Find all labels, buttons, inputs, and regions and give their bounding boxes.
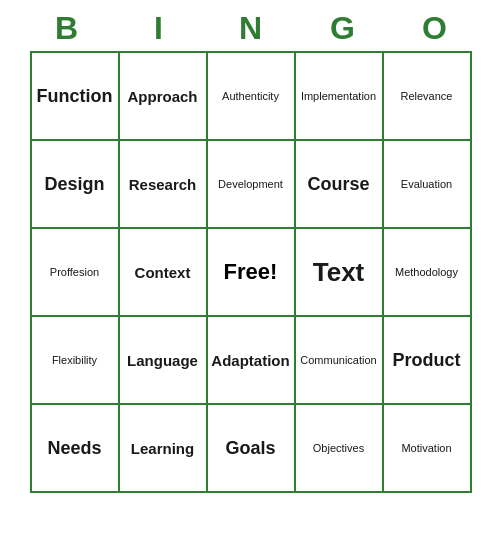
- bingo-cell: Approach: [120, 53, 208, 141]
- bingo-cell: Needs: [32, 405, 120, 493]
- bingo-cell: Learning: [120, 405, 208, 493]
- bingo-cell: Flexibility: [32, 317, 120, 405]
- bingo-cell: Development: [208, 141, 296, 229]
- bingo-cell: Research: [120, 141, 208, 229]
- bingo-cell: Adaptation: [208, 317, 296, 405]
- bingo-letter: G: [299, 10, 387, 47]
- bingo-cell: Goals: [208, 405, 296, 493]
- bingo-cell: Implementation: [296, 53, 384, 141]
- bingo-cell: Motivation: [384, 405, 472, 493]
- bingo-letter: I: [115, 10, 203, 47]
- bingo-cell: Context: [120, 229, 208, 317]
- bingo-cell: Course: [296, 141, 384, 229]
- bingo-cell: Evaluation: [384, 141, 472, 229]
- bingo-letter: N: [207, 10, 295, 47]
- bingo-cell: Proffesion: [32, 229, 120, 317]
- bingo-cell: Relevance: [384, 53, 472, 141]
- bingo-cell: Communication: [296, 317, 384, 405]
- bingo-cell: Text: [296, 229, 384, 317]
- bingo-cell: Product: [384, 317, 472, 405]
- bingo-header: BINGO: [21, 10, 481, 47]
- bingo-cell: Methodology: [384, 229, 472, 317]
- bingo-letter: O: [391, 10, 479, 47]
- bingo-cell: Language: [120, 317, 208, 405]
- bingo-cell: Objectives: [296, 405, 384, 493]
- bingo-cell: Function: [32, 53, 120, 141]
- bingo-cell: Authenticity: [208, 53, 296, 141]
- bingo-grid: FunctionApproachAuthenticityImplementati…: [30, 51, 472, 493]
- bingo-cell: Design: [32, 141, 120, 229]
- bingo-cell: Free!: [208, 229, 296, 317]
- bingo-letter: B: [23, 10, 111, 47]
